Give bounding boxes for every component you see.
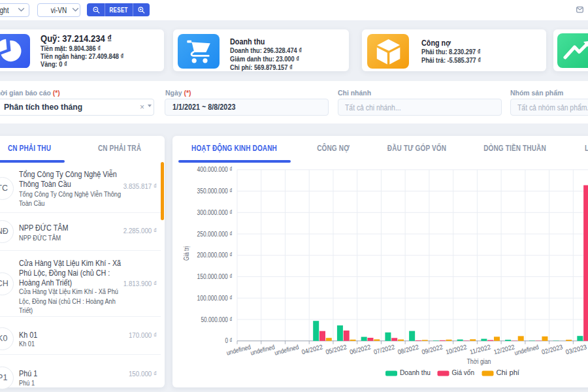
svg-text:Doanh thu: Doanh thu (400, 368, 431, 376)
svg-text:04/2022: 04/2022 (301, 343, 323, 355)
svg-text:03/2023: 03/2023 (565, 343, 588, 355)
svg-text:09/2022: 09/2022 (421, 343, 444, 355)
svg-text:05/2022: 05/2022 (325, 343, 348, 355)
svg-text:Chi phí: Chi phí (496, 368, 519, 376)
svg-text:undefined: undefined (274, 343, 300, 356)
svg-text:350.000.000 ₫: 350.000.000 ₫ (197, 188, 233, 195)
svg-text:06/2022: 06/2022 (349, 343, 372, 355)
svg-text:Giá trị: Giá trị (184, 246, 191, 261)
svg-text:08/2022: 08/2022 (397, 343, 419, 355)
svg-text:300.000.000 ₫: 300.000.000 ₫ (197, 209, 233, 216)
svg-text:250.000.000 ₫: 250.000.000 ₫ (197, 231, 233, 238)
svg-text:02/2023: 02/2023 (541, 343, 564, 355)
svg-text:10/2022: 10/2022 (445, 343, 468, 355)
svg-text:11/2022: 11/2022 (469, 343, 492, 355)
svg-text:150.000.000 ₫: 150.000.000 ₫ (197, 273, 233, 280)
svg-text:200.000.000 ₫: 200.000.000 ₫ (197, 252, 233, 259)
svg-text:undefined: undefined (250, 343, 276, 356)
svg-text:0 ₫: 0 ₫ (225, 337, 233, 344)
svg-text:50.000.000 ₫: 50.000.000 ₫ (201, 316, 233, 323)
svg-text:07/2022: 07/2022 (373, 343, 396, 355)
svg-text:400.000.000 ₫: 400.000.000 ₫ (197, 166, 233, 173)
svg-text:Giá vốn: Giá vốn (451, 368, 474, 376)
svg-text:12/2022: 12/2022 (493, 343, 515, 355)
svg-text:undefined: undefined (225, 343, 252, 356)
svg-text:Thời gian: Thời gian (466, 357, 491, 365)
svg-text:undefined: undefined (514, 343, 540, 356)
svg-text:100.000.000 ₫: 100.000.000 ₫ (197, 295, 233, 302)
